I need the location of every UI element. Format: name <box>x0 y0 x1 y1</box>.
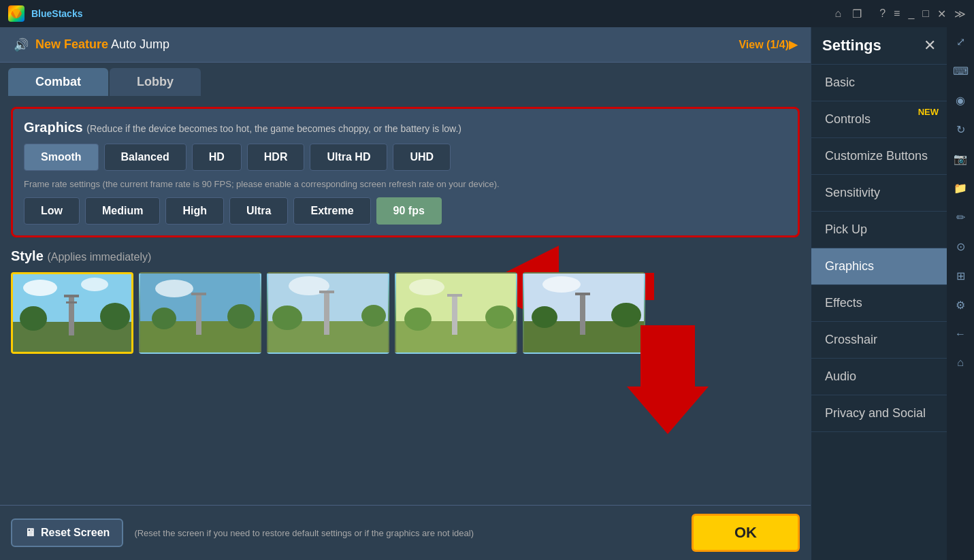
svg-rect-16 <box>191 293 206 295</box>
right-sidebar: Settings ✕ Basic Controls NEW Customize … <box>811 27 947 560</box>
app-name: BlueStacks <box>31 8 82 19</box>
pencil-icon[interactable]: ✏ <box>954 208 968 227</box>
svg-point-32 <box>485 306 514 329</box>
graphics-section: Graphics (Reduce if the device becomes t… <box>11 107 800 237</box>
sidebar-item-effects[interactable]: Effects <box>811 285 947 322</box>
svg-rect-36 <box>580 293 585 335</box>
refresh-icon[interactable]: ↻ <box>954 120 968 139</box>
camera-icon[interactable]: 📷 <box>951 150 970 168</box>
help-icon[interactable]: ? <box>879 7 886 20</box>
sidebar-item-audio[interactable]: Audio <box>811 359 947 395</box>
svg-point-11 <box>100 303 130 330</box>
maximize-icon[interactable]: □ <box>922 7 929 20</box>
style-image-group <box>11 272 800 354</box>
fps-90[interactable]: 90 fps <box>376 197 442 225</box>
window-icon[interactable]: ❐ <box>852 7 862 20</box>
svg-rect-15 <box>196 293 201 335</box>
banner-left: 🔊 New Feature Auto Jump <box>14 37 169 52</box>
svg-rect-22 <box>324 291 329 335</box>
graphics-note: (Reduce if the device becomes too hot, t… <box>86 123 461 134</box>
window-controls: ? ≡ _ □ ✕ ≫ <box>879 7 966 20</box>
home-icon[interactable]: ⌂ <box>835 7 842 20</box>
style-image-1[interactable] <box>11 272 133 354</box>
quality-uhd[interactable]: UHD <box>393 144 451 171</box>
quality-hdr[interactable]: HDR <box>247 144 305 171</box>
banner-view-button[interactable]: View (1/4)▶ <box>738 38 797 51</box>
bottom-bar: 🖥 Reset Screen (Reset the screen if you … <box>0 505 811 560</box>
gamepad-icon[interactable]: ◉ <box>953 91 968 110</box>
svg-point-27 <box>409 279 444 295</box>
sidebar-item-sensitivity[interactable]: Sensitivity <box>811 175 947 212</box>
feature-banner: 🔊 New Feature Auto Jump View (1/4)▶ <box>0 27 811 63</box>
sidebar-item-graphics[interactable]: Graphics <box>811 248 947 285</box>
expand-icon[interactable]: ⤢ <box>954 33 968 51</box>
keyboard-icon[interactable]: ⌨ <box>950 62 971 80</box>
fps-button-group: Low Medium High Ultra Extreme 90 fps <box>24 197 787 225</box>
sidebar-item-customize-buttons[interactable]: Customize Buttons <box>811 138 947 175</box>
sidebar-item-privacy-social[interactable]: Privacy and Social <box>811 395 947 432</box>
style-title: Style (Applies immediately) <box>11 248 800 264</box>
folder-icon[interactable]: 📁 <box>951 179 970 197</box>
sidebar-item-crosshair[interactable]: Crosshair <box>811 322 947 359</box>
sidebar-item-controls[interactable]: Controls NEW <box>811 101 947 138</box>
layers-icon[interactable]: ⊞ <box>954 267 968 285</box>
menu-icon[interactable]: ≡ <box>894 7 900 20</box>
reset-note: (Reset the screen if you need to restore… <box>134 528 681 538</box>
reset-screen-button[interactable]: 🖥 Reset Screen <box>11 518 123 547</box>
svg-rect-7 <box>69 295 74 335</box>
controls-new-badge: NEW <box>918 107 939 117</box>
svg-point-34 <box>542 276 581 293</box>
double-arrow-icon[interactable]: ≫ <box>954 7 966 20</box>
svg-point-31 <box>404 308 432 331</box>
ok-button[interactable]: OK <box>692 514 800 552</box>
location-icon[interactable]: ⊙ <box>954 237 968 256</box>
back-icon[interactable]: ← <box>952 325 969 343</box>
app-logo <box>8 5 25 22</box>
fps-ultra[interactable]: Ultra <box>229 197 288 225</box>
svg-point-17 <box>152 308 176 329</box>
fps-low[interactable]: Low <box>24 197 80 225</box>
fps-medium[interactable]: Medium <box>85 197 160 225</box>
settings-gear-icon[interactable]: ⚙ <box>953 296 968 314</box>
sidebar-right-icon-strip: ⤢ ⌨ ◉ ↻ 📷 📁 ✏ ⊙ ⊞ ⚙ ← ⌂ <box>947 27 974 560</box>
close-icon[interactable]: ✕ <box>937 7 946 20</box>
fps-extreme[interactable]: Extreme <box>293 197 370 225</box>
quality-smooth[interactable]: Smooth <box>24 144 99 171</box>
tab-combat[interactable]: Combat <box>8 68 108 96</box>
quality-hd[interactable]: HD <box>192 144 242 171</box>
banner-new-feature: New Feature <box>35 37 108 51</box>
style-image-3[interactable] <box>267 272 389 354</box>
svg-rect-8 <box>64 295 79 297</box>
sidebar-items: Basic Controls NEW Customize Buttons Sen… <box>811 65 947 560</box>
style-image-5[interactable] <box>523 272 645 354</box>
quality-ultra-hd[interactable]: Ultra HD <box>310 144 387 171</box>
svg-point-18 <box>227 304 255 329</box>
svg-rect-37 <box>575 293 590 295</box>
titlebar-icon-group: ⌂ ❐ <box>835 7 862 20</box>
style-image-2[interactable] <box>139 272 261 354</box>
graphics-title: Graphics (Reduce if the device becomes t… <box>24 120 787 135</box>
svg-rect-30 <box>447 294 462 297</box>
svg-point-25 <box>361 305 386 327</box>
main-layout: 🔊 New Feature Auto Jump View (1/4)▶ Comb… <box>0 27 974 560</box>
style-section: Style (Applies immediately) <box>11 248 800 354</box>
settings-content: Graphics (Reduce if the device becomes t… <box>0 96 811 505</box>
speaker-icon: 🔊 <box>14 37 29 52</box>
sidebar-close-button[interactable]: ✕ <box>924 37 936 54</box>
style-image-4[interactable] <box>395 272 517 354</box>
quality-balanced[interactable]: Balanced <box>104 144 186 171</box>
tab-lobby[interactable]: Lobby <box>110 68 201 96</box>
svg-point-24 <box>272 306 302 330</box>
svg-rect-9 <box>66 301 77 303</box>
banner-text: New Feature Auto Jump <box>35 37 169 52</box>
sidebar-header: Settings ✕ <box>811 27 947 65</box>
monitor-icon: 🖥 <box>25 527 35 539</box>
home-sidebar-icon[interactable]: ⌂ <box>954 354 967 372</box>
sidebar-item-basic[interactable]: Basic <box>811 65 947 101</box>
svg-point-39 <box>611 303 641 327</box>
fps-high[interactable]: High <box>165 197 224 225</box>
svg-rect-29 <box>452 294 457 335</box>
svg-point-13 <box>155 280 193 297</box>
sidebar-item-pick-up[interactable]: Pick Up <box>811 212 947 248</box>
minimize-icon[interactable]: _ <box>908 7 914 20</box>
